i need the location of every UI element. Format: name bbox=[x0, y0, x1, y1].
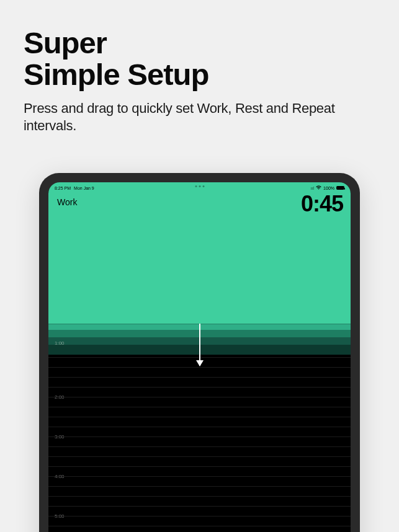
wifi-icon bbox=[316, 185, 321, 191]
cellular-icon: ııl bbox=[311, 186, 314, 190]
mode-label: Work bbox=[57, 197, 77, 207]
drag-arrow-icon bbox=[199, 324, 200, 366]
ruler-minor-tick bbox=[48, 456, 351, 457]
ruler-minor-tick bbox=[48, 496, 351, 497]
ruler-minor-tick bbox=[48, 367, 351, 368]
ruler-minor-tick bbox=[48, 516, 351, 516]
device-screen: 8:25 PM Mon Jan 9 ııl 100% Work 0:45 1:0… bbox=[48, 182, 351, 532]
status-bar: 8:25 PM Mon Jan 9 ııl 100% bbox=[48, 182, 351, 192]
ruler-minor-tick bbox=[48, 427, 351, 427]
ruler-minor-tick bbox=[48, 437, 351, 437]
status-date: Mon Jan 9 bbox=[74, 186, 94, 190]
multitask-dots-icon bbox=[195, 185, 204, 187]
work-interval-area[interactable]: Work 0:45 bbox=[48, 182, 351, 324]
ruler-minor-tick bbox=[48, 446, 351, 447]
device-frame: 8:25 PM Mon Jan 9 ııl 100% Work 0:45 1:0… bbox=[39, 173, 360, 532]
status-left: 8:25 PM Mon Jan 9 bbox=[55, 186, 94, 190]
ruler-minor-tick bbox=[48, 387, 351, 388]
ruler-minor-tick bbox=[48, 486, 351, 487]
battery-percent: 100% bbox=[323, 186, 334, 190]
ruler-minor-tick bbox=[48, 466, 351, 467]
ruler-minor-tick bbox=[48, 526, 351, 526]
ruler-minor-tick bbox=[48, 397, 351, 397]
promo-subhead: Press and drag to quickly set Work, Rest… bbox=[24, 100, 375, 135]
status-time: 8:25 PM bbox=[55, 186, 71, 190]
headline-line-2: Simple Setup bbox=[24, 58, 208, 91]
ruler-tick-label: 1:00 bbox=[55, 340, 65, 346]
ruler-minor-tick bbox=[48, 476, 351, 477]
battery-icon bbox=[336, 186, 344, 190]
promo-headline: Super Simple Setup bbox=[24, 27, 375, 91]
ruler-minor-tick bbox=[48, 417, 351, 417]
status-right: ııl 100% bbox=[311, 185, 344, 191]
ruler-minor-tick bbox=[48, 506, 351, 507]
timer-value: 0:45 bbox=[301, 191, 343, 217]
ruler-minor-tick bbox=[48, 407, 351, 407]
time-ruler[interactable]: 2:003:004:005:00 bbox=[48, 355, 351, 532]
ruler-minor-tick bbox=[48, 377, 351, 378]
headline-line-1: Super bbox=[24, 26, 107, 60]
